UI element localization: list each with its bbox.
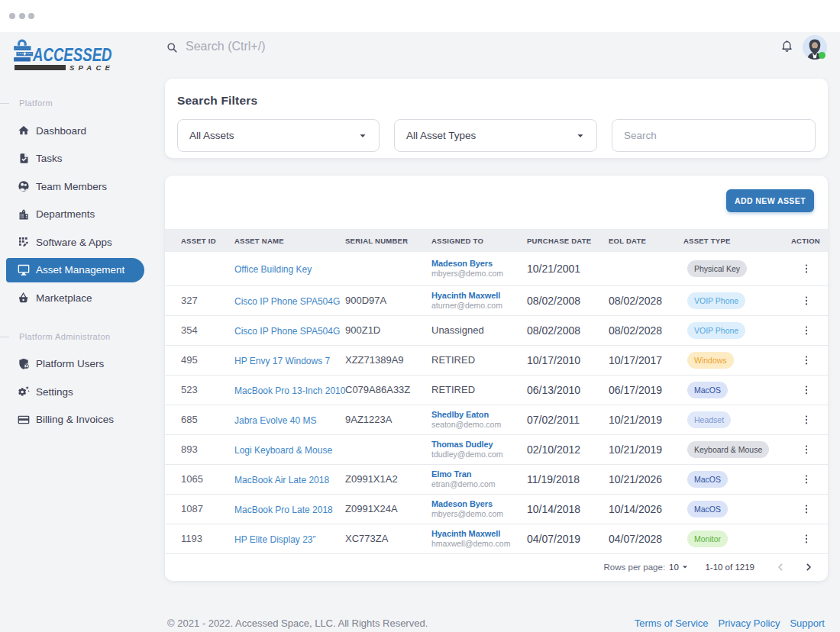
previous-page-button[interactable] xyxy=(771,558,790,576)
cell-assigned-to: RETIRED xyxy=(431,354,527,366)
sidebar-item-team-members[interactable]: Team Members xyxy=(0,173,153,201)
asset-type-badge: Physical Key xyxy=(687,260,747,277)
asset-type-badge: Keyboard & Mouse xyxy=(687,441,769,458)
cell-eol-date: 06/17/2019 xyxy=(609,384,683,396)
table-body: Office Building Key Madeson Byers mbyers… xyxy=(165,252,828,554)
asset-name-link[interactable]: Cisco IP Phone SPA504G xyxy=(234,296,340,307)
sidebar-item-settings[interactable]: Settings xyxy=(0,378,153,406)
rows-per-page-value[interactable]: 10 xyxy=(669,563,679,572)
cell-eol-date: 10/21/2019 xyxy=(609,443,683,456)
add-new-asset-button[interactable]: ADD NEW ASSET xyxy=(726,189,814,212)
asset-name-link[interactable]: Office Building Key xyxy=(234,264,312,275)
cell-purchase-date: 10/14/2018 xyxy=(527,503,609,515)
asset-filter-select[interactable]: All Assets xyxy=(177,119,380,152)
cell-asset-name: Office Building Key xyxy=(234,263,345,275)
cell-assigned-to: Hyacinth Maxwell aturner@demo.com xyxy=(431,290,527,311)
assigned-person-link[interactable]: Hyacinth Maxwell xyxy=(431,290,527,301)
assigned-person-link[interactable]: Shedlby Eaton xyxy=(431,409,527,420)
sidebar-item-marketplace[interactable]: Marketplace xyxy=(0,284,153,312)
sidebar-item-dashboard[interactable]: Dashboard xyxy=(0,117,153,145)
row-actions-button[interactable] xyxy=(797,381,816,399)
sidebar-item-label: Team Members xyxy=(36,181,107,192)
team-icon xyxy=(18,180,30,192)
window-titlebar xyxy=(0,0,840,32)
cell-asset-type: MacOS xyxy=(683,471,791,488)
footer-link-terms[interactable]: Terms of Service xyxy=(635,617,709,629)
cell-asset-id: 1087 xyxy=(165,503,234,514)
asset-name-link[interactable]: HP Envy 17 Windows 7 xyxy=(234,356,330,366)
assigned-person-link[interactable]: Madeson Byers xyxy=(431,498,527,509)
sidebar-section-platform-administration: Platform Administraton xyxy=(0,323,153,350)
cell-eol-date: 08/02/2028 xyxy=(609,324,683,337)
assigned-person-email: mbyers@demo.com xyxy=(431,509,527,519)
asset-name-link[interactable]: MacBook Pro Late 2018 xyxy=(234,505,333,515)
cell-asset-name: HP Envy 17 Windows 7 xyxy=(234,354,345,366)
asset-name-link[interactable]: MacBook Air Late 2018 xyxy=(234,475,329,485)
next-page-button[interactable] xyxy=(800,558,818,576)
chevron-down-icon xyxy=(573,129,587,143)
asset-type-filter-select[interactable]: All Asset Types xyxy=(394,119,597,152)
row-actions-button[interactable] xyxy=(797,292,816,310)
asset-name-link[interactable]: Cisco IP Phone SPA504G xyxy=(234,326,340,337)
table-header-row: ASSET ID ASSET NAME SERIAL NUMBER ASSIGN… xyxy=(165,229,828,252)
footer-link-privacy[interactable]: Privacy Policy xyxy=(719,617,780,629)
cell-serial-number: Z0991X24A xyxy=(345,503,431,514)
cell-purchase-date: 10/17/2010 xyxy=(527,354,609,366)
filter-search-placeholder: Search xyxy=(624,130,657,141)
asset-name-link[interactable]: MacBook Pro 13-Inch 2010 xyxy=(234,385,345,396)
asset-name-link[interactable]: HP Elite Display 23” xyxy=(234,534,316,545)
assigned-person-link: Unassigned xyxy=(431,324,527,336)
column-header-asset-type: ASSET TYPE xyxy=(683,237,791,245)
dots-vertical-icon xyxy=(800,443,813,456)
sidebar-item-software-apps[interactable]: Software & Apps xyxy=(0,228,153,256)
sidebar-item-asset-management[interactable]: Asset Management xyxy=(0,256,153,285)
cell-asset-name: Cisco IP Phone SPA504G xyxy=(234,295,345,307)
cell-asset-type: VOIP Phone xyxy=(683,322,791,339)
cell-action xyxy=(791,351,828,369)
cell-asset-id: 893 xyxy=(165,443,234,455)
section-dash xyxy=(0,103,9,104)
asset-name-link[interactable]: Logi Keyboard & Mouse xyxy=(234,445,332,456)
window-minimize-button[interactable] xyxy=(19,13,25,19)
row-actions-button[interactable] xyxy=(797,260,816,278)
row-actions-button[interactable] xyxy=(797,530,816,548)
cell-purchase-date: 11/19/2018 xyxy=(527,473,609,485)
filter-search-field[interactable]: Search xyxy=(612,119,816,152)
window-close-button[interactable] xyxy=(9,13,15,19)
assigned-person-link[interactable]: Madeson Byers xyxy=(431,258,527,269)
row-actions-button[interactable] xyxy=(797,470,816,489)
app-logo[interactable]: ACCESSED SPACE xyxy=(13,35,120,73)
assigned-person-email: seaton@demo.com xyxy=(431,420,527,430)
cell-asset-name: MacBook Pro Late 2018 xyxy=(234,503,345,515)
row-actions-button[interactable] xyxy=(797,321,816,340)
footer-copyright: © 2021 - 2022. Accessed Space, LLC. All … xyxy=(167,617,428,629)
row-actions-button[interactable] xyxy=(797,411,816,429)
chevron-down-icon[interactable] xyxy=(679,561,691,573)
assigned-person-link[interactable]: Hyacinth Maxwell xyxy=(431,528,527,539)
cell-asset-id: 1193 xyxy=(165,533,234,544)
global-search-input[interactable] xyxy=(186,40,415,53)
basket-icon xyxy=(18,292,30,304)
cell-asset-type: Keyboard & Mouse xyxy=(683,441,791,458)
row-actions-button[interactable] xyxy=(797,500,816,518)
cell-action xyxy=(791,260,828,278)
cell-asset-id: 1065 xyxy=(165,473,234,485)
row-actions-button[interactable] xyxy=(797,351,816,369)
assigned-person-email: aturner@demo.com xyxy=(431,301,527,311)
sidebar-item-departments[interactable]: Departments xyxy=(0,201,153,229)
bell-icon[interactable] xyxy=(780,38,793,53)
assigned-person-link[interactable]: Thomas Dudley xyxy=(431,439,527,450)
sidebar-item-label: Platform Users xyxy=(36,358,104,369)
column-header-assigned-to: ASSIGNED TO xyxy=(431,237,527,245)
cell-serial-number: C079A86A33Z xyxy=(345,384,431,395)
sidebar-item-tasks[interactable]: Tasks xyxy=(0,145,153,173)
row-actions-button[interactable] xyxy=(797,440,816,459)
window-maximize-button[interactable] xyxy=(28,13,34,19)
sidebar-item-platform-users[interactable]: Platform Users xyxy=(0,350,153,379)
online-status-dot xyxy=(819,52,825,59)
assigned-person-link[interactable]: Elmo Tran xyxy=(431,469,527,479)
cell-serial-number: 900D97A xyxy=(345,295,431,306)
footer-link-support[interactable]: Support xyxy=(790,617,825,629)
sidebar-item-billing-invoices[interactable]: Billing & Invoices xyxy=(0,406,153,434)
asset-name-link[interactable]: Jabra Evolve 40 MS xyxy=(234,415,316,426)
